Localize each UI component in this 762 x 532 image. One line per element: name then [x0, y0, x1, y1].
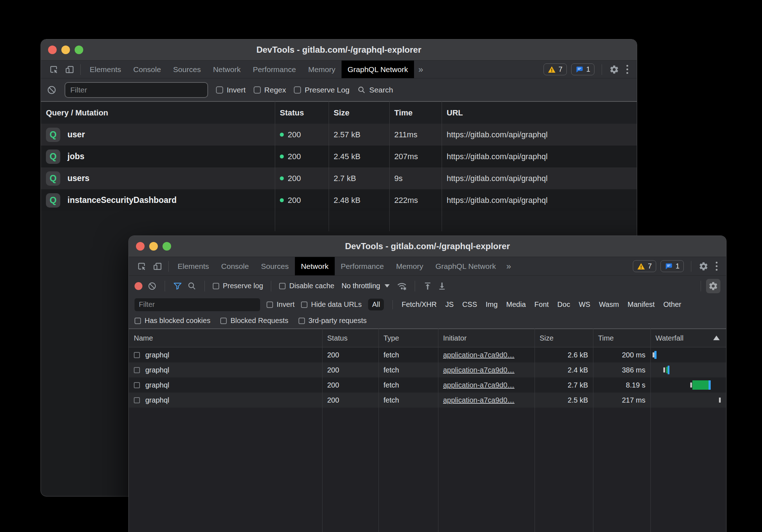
column-divider[interactable] [442, 101, 442, 231]
table-row[interactable]: graphql 200 fetch application-a7ca9d0… 2… [129, 362, 726, 377]
column-divider[interactable] [593, 328, 593, 532]
minimize-button[interactable] [149, 242, 158, 251]
blocked-requests-group[interactable]: Blocked Requests [220, 317, 288, 325]
issues-badge[interactable]: 1 [660, 260, 684, 272]
table-row[interactable]: Qjobs 200 2.45 kB 207ms https://gitlab.c… [41, 146, 637, 167]
table-row[interactable]: graphql 200 fetch application-a7ca9d0… 2… [129, 377, 726, 393]
blocked-requests-checkbox[interactable] [220, 318, 227, 324]
disable-cache-group[interactable]: Disable cache [279, 282, 334, 290]
col-query-mutation[interactable]: Query / Mutation [41, 102, 275, 124]
import-har-icon[interactable] [423, 281, 432, 291]
device-toolbar-button[interactable] [62, 61, 77, 78]
issues-badge[interactable]: 1 [571, 63, 594, 75]
tab-performance[interactable]: Performance [335, 257, 390, 275]
column-divider[interactable] [389, 101, 390, 231]
type-filter-manifest[interactable]: Manifest [627, 300, 655, 309]
network-filter-input[interactable] [135, 298, 260, 311]
column-divider[interactable] [650, 328, 651, 532]
initiator-link[interactable]: application-a7ca9d0… [443, 351, 514, 359]
col-name[interactable]: Name [129, 329, 322, 347]
titlebar[interactable]: DevTools - gitlab.com/-/graphql-explorer [129, 236, 726, 257]
tab-console[interactable]: Console [127, 61, 167, 78]
inspect-element-button[interactable] [46, 61, 62, 78]
more-tabs-chevron[interactable]: » [502, 257, 515, 275]
filter-icon[interactable] [173, 281, 182, 291]
type-filter-fetch-xhr[interactable]: Fetch/XHR [401, 300, 437, 309]
row-checkbox[interactable] [134, 397, 140, 403]
type-filter-font[interactable]: Font [535, 300, 549, 309]
search-button[interactable]: Search [357, 86, 393, 94]
disable-cache-checkbox[interactable] [279, 283, 286, 289]
tab-graphql-network[interactable]: GraphQL Network [342, 61, 414, 78]
col-status[interactable]: Status [275, 102, 329, 124]
hide-data-urls-checkbox[interactable] [301, 301, 307, 308]
initiator-link[interactable]: application-a7ca9d0… [443, 381, 514, 389]
clear-icon[interactable] [47, 85, 57, 95]
column-divider[interactable] [438, 328, 438, 532]
tab-performance[interactable]: Performance [247, 61, 302, 78]
table-row[interactable]: Qusers 200 2.7 kB 9s https://gitlab.com/… [41, 167, 637, 189]
tab-memory[interactable]: Memory [302, 61, 342, 78]
preserve-log-checkbox[interactable] [213, 283, 219, 289]
type-filter-media[interactable]: Media [506, 300, 526, 309]
close-button[interactable] [48, 46, 57, 54]
preserve-log-checkbox[interactable] [294, 86, 301, 94]
col-status[interactable]: Status [322, 329, 378, 347]
column-divider[interactable] [378, 328, 379, 532]
record-button[interactable] [135, 282, 142, 290]
minimize-button[interactable] [61, 46, 70, 54]
close-button[interactable] [136, 242, 145, 251]
row-checkbox[interactable] [134, 352, 140, 358]
preserve-log-group[interactable]: Preserve log [213, 282, 263, 290]
invert-checkbox[interactable] [267, 301, 273, 308]
zoom-button[interactable] [75, 46, 83, 54]
tab-network[interactable]: Network [207, 61, 247, 78]
initiator-link[interactable]: application-a7ca9d0… [443, 366, 514, 374]
network-conditions-icon[interactable] [397, 281, 407, 291]
settings-button[interactable] [609, 65, 619, 75]
preserve-log-checkbox-group[interactable]: Preserve Log [294, 86, 349, 94]
tab-elements[interactable]: Elements [84, 61, 127, 78]
regex-checkbox[interactable] [254, 86, 261, 94]
type-filter-doc[interactable]: Doc [558, 300, 570, 309]
table-row[interactable]: graphql 200 fetch application-a7ca9d0… 2… [129, 347, 726, 362]
col-time[interactable]: Time [593, 329, 650, 347]
settings-button[interactable] [698, 261, 709, 271]
col-size[interactable]: Size [329, 102, 389, 124]
table-row[interactable]: Quser 200 2.57 kB 211ms https://gitlab.c… [41, 124, 637, 146]
column-divider[interactable] [322, 328, 323, 532]
type-filter-wasm[interactable]: Wasm [599, 300, 619, 309]
warnings-badge[interactable]: 7 [544, 63, 567, 75]
invert-checkbox-group[interactable]: Invert [216, 86, 246, 94]
initiator-link[interactable]: application-a7ca9d0… [443, 396, 514, 404]
regex-checkbox-group[interactable]: Regex [254, 86, 286, 94]
more-options-button[interactable] [624, 65, 631, 74]
type-filter-css[interactable]: CSS [462, 300, 477, 309]
export-har-icon[interactable] [437, 281, 447, 291]
col-initiator[interactable]: Initiator [438, 329, 535, 347]
hide-data-urls-group[interactable]: Hide data URLs [301, 300, 362, 309]
type-filter-other[interactable]: Other [663, 300, 681, 309]
type-filter-img[interactable]: Img [486, 300, 498, 309]
col-url[interactable]: URL [442, 102, 637, 124]
tab-elements[interactable]: Elements [171, 257, 215, 275]
search-icon[interactable] [187, 281, 197, 291]
tab-console[interactable]: Console [215, 257, 255, 275]
throttling-select[interactable]: No throttling [339, 282, 392, 290]
tab-sources[interactable]: Sources [167, 61, 207, 78]
inspect-element-button[interactable] [134, 257, 150, 275]
more-tabs-chevron[interactable]: » [414, 61, 427, 78]
invert-checkbox[interactable] [216, 86, 223, 94]
type-filter-js[interactable]: JS [445, 300, 453, 309]
column-divider[interactable] [275, 101, 275, 231]
row-checkbox[interactable] [134, 382, 140, 388]
third-party-requests-group[interactable]: 3rd-party requests [298, 317, 367, 325]
zoom-button[interactable] [163, 242, 171, 251]
has-blocked-cookies-checkbox[interactable] [135, 318, 141, 324]
tab-network[interactable]: Network [295, 257, 335, 275]
type-filter-ws[interactable]: WS [579, 300, 590, 309]
filter-input[interactable] [65, 82, 208, 98]
clear-icon[interactable] [147, 281, 157, 291]
third-party-requests-checkbox[interactable] [298, 318, 305, 324]
column-divider[interactable] [535, 328, 535, 532]
